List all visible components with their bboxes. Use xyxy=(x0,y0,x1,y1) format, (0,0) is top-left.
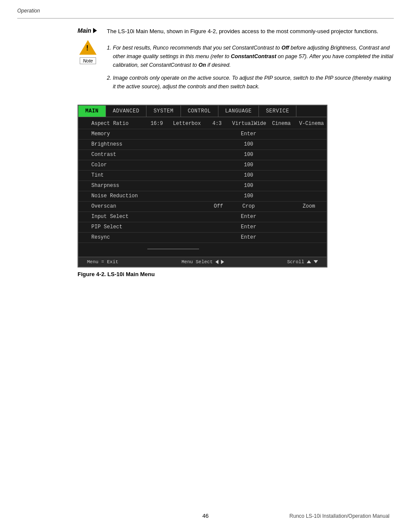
color-label: Color xyxy=(78,162,143,168)
aspect-ratio-values: 16:9 Letterbox 4:3 VirtualWide Cinema V-… xyxy=(142,121,327,127)
figure-caption: Figure 4-2. LS-10i Main Menu xyxy=(78,271,394,277)
content-area: Main The LS-10i Main Menu, shown in Figu… xyxy=(0,27,411,308)
footer-left: Menu = Exit xyxy=(87,259,118,264)
menu-row-overscan[interactable]: Overscan Off Crop Zoom xyxy=(78,202,327,212)
note-icon-container: Note xyxy=(78,44,98,64)
menu-row-noise-reduction[interactable]: Noise Reduction 100 xyxy=(78,191,327,202)
menu-row-memory[interactable]: Memory Enter xyxy=(78,129,327,140)
note-section: Note For best results, Runco recommends … xyxy=(78,44,394,95)
warning-triangle-icon xyxy=(79,40,97,55)
menu-row-aspect-ratio[interactable]: Aspect Ratio 16:9 Letterbox 4:3 VirtualW… xyxy=(78,119,327,129)
note-item-2: Image controls only operate on the activ… xyxy=(113,74,394,91)
footer-right-text: Runco LS-10i Installation/Operation Manu… xyxy=(290,513,389,519)
overscan-values: Off Crop Zoom xyxy=(143,203,327,209)
page-breadcrumb: Operation xyxy=(0,0,411,14)
menu-row-color[interactable]: Color 100 xyxy=(78,160,327,171)
menu-select-right-icon xyxy=(221,260,224,264)
menu-row-pip-select[interactable]: PIP Select Enter xyxy=(78,222,327,233)
note-item-1: For best results, Runco recommends that … xyxy=(113,44,394,69)
resync-values: Enter xyxy=(143,234,327,240)
tab-advanced[interactable]: ADVANCED xyxy=(106,106,147,117)
menu-row-brightness[interactable]: Brightness 100 xyxy=(78,140,327,150)
pip-select-label: PIP Select xyxy=(78,224,143,230)
menu-row-empty xyxy=(78,243,327,255)
menu-row-contrast[interactable]: Contrast 100 xyxy=(78,150,327,160)
sharpness-values: 100 xyxy=(143,183,327,189)
overscan-label: Overscan xyxy=(78,203,143,209)
input-select-values: Enter xyxy=(143,214,327,220)
noise-reduction-values: 100 xyxy=(143,193,327,199)
menu-row-input-select[interactable]: Input Select Enter xyxy=(78,212,327,222)
contrast-label: Contrast xyxy=(78,152,143,158)
note-label: Note xyxy=(80,57,96,64)
menu-screenshot: MAIN ADVANCED SYSTEM CONTROL LANGUAGE SE… xyxy=(78,105,327,268)
input-select-label: Input Select xyxy=(78,214,143,220)
header-divider xyxy=(17,18,394,19)
aspect-ratio-label: Aspect Ratio xyxy=(78,121,142,127)
tab-control[interactable]: CONTROL xyxy=(181,106,218,117)
arrow-right-icon xyxy=(93,28,97,33)
pip-select-values: Enter xyxy=(143,224,327,230)
footer-center: Menu Select xyxy=(181,259,224,264)
scroll-up-icon xyxy=(307,260,311,263)
tint-values: 100 xyxy=(143,172,327,178)
brightness-values: 100 xyxy=(143,141,327,147)
contrast-values: 100 xyxy=(143,152,327,158)
main-label: Main xyxy=(78,27,99,36)
tint-label: Tint xyxy=(78,172,143,178)
menu-row-tint[interactable]: Tint 100 xyxy=(78,171,327,181)
tab-language[interactable]: LANGUAGE xyxy=(218,106,259,117)
main-section: Main The LS-10i Main Menu, shown in Figu… xyxy=(78,27,394,36)
menu-footer: Menu = Exit Menu Select Scroll xyxy=(78,257,327,267)
tab-service[interactable]: SERVICE xyxy=(259,106,296,117)
memory-label: Memory xyxy=(78,131,143,137)
brightness-label: Brightness xyxy=(78,141,143,147)
menu-row-sharpness[interactable]: Sharpness 100 xyxy=(78,181,327,191)
noise-reduction-label: Noise Reduction xyxy=(78,193,143,199)
menu-select-left-icon xyxy=(215,260,218,264)
page-footer: 46 Runco LS-10i Installation/Operation M… xyxy=(0,513,411,519)
sharpness-label: Sharpness xyxy=(78,183,143,189)
footer-right: Scroll xyxy=(287,259,318,264)
color-values: 100 xyxy=(143,162,327,168)
scroll-down-icon xyxy=(314,260,318,263)
resync-label: Resync xyxy=(78,234,143,240)
menu-rows: Aspect Ratio 16:9 Letterbox 4:3 VirtualW… xyxy=(78,117,327,257)
tab-main[interactable]: MAIN xyxy=(78,106,106,117)
note-content: For best results, Runco recommends that … xyxy=(106,44,394,95)
main-description: The LS-10i Main Menu, shown in Figure 4-… xyxy=(107,27,394,36)
menu-tabs: MAIN ADVANCED SYSTEM CONTROL LANGUAGE SE… xyxy=(78,106,327,117)
menu-row-resync[interactable]: Resync Enter xyxy=(78,233,327,243)
tab-system[interactable]: SYSTEM xyxy=(146,106,181,117)
memory-values: Enter xyxy=(143,131,327,137)
